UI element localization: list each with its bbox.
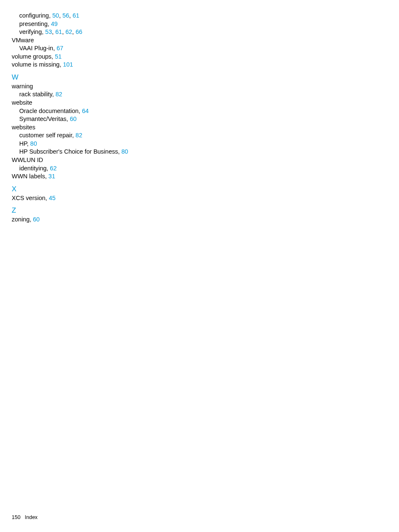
index-entry: VAAI Plug-in, 67 (19, 44, 399, 53)
index-entry-text: presenting, (19, 21, 51, 27)
page-link[interactable]: 62 (50, 165, 56, 172)
page-link[interactable]: 49 (51, 21, 58, 27)
index-entry-text: websites (12, 124, 35, 131)
page-link[interactable]: 80 (30, 140, 37, 147)
index-entry: configuring, 50, 56, 61 (19, 12, 399, 20)
page-link[interactable]: 64 (82, 108, 89, 114)
index-entry-text: WWN labels, (12, 173, 49, 180)
page-link[interactable]: 101 (63, 61, 73, 68)
index-entry: Symantec/Veritas, 60 (19, 115, 399, 123)
index-entry: verifying, 53, 61, 62, 66 (19, 28, 399, 36)
page-link[interactable]: 45 (49, 195, 56, 201)
page-link[interactable]: 66 (76, 28, 82, 35)
index-entry-text: volume is missing, (12, 61, 63, 68)
page-number: 150 (12, 514, 20, 520)
index-entry-text: HP Subscriber's Choice for Business, (19, 148, 121, 155)
page-link[interactable]: 62 (65, 28, 72, 35)
page-link[interactable]: 80 (121, 148, 128, 155)
section-heading-w: W (12, 73, 399, 82)
index-entry: WWLUN ID (12, 156, 399, 164)
index-entry-text: WWLUN ID (12, 157, 43, 163)
index-entry-text: website (12, 99, 32, 106)
index-entry: warning (12, 82, 399, 91)
index-entry: XCS version, 45 (12, 194, 399, 203)
page-link[interactable]: 60 (33, 216, 40, 223)
index-entry: volume groups, 51 (12, 53, 399, 61)
index-entry: Oracle documentation, 64 (19, 107, 399, 116)
page-link[interactable]: 61 (55, 28, 62, 35)
section-heading-x: X (12, 185, 399, 194)
page-link[interactable]: 31 (49, 173, 55, 180)
index-entry: presenting, 49 (19, 20, 399, 28)
section-heading-z: Z (12, 206, 399, 216)
index-entry: website (12, 99, 399, 107)
index-entry-text: configuring, (19, 12, 52, 19)
page-link[interactable]: 67 (56, 45, 63, 51)
page-link[interactable]: 61 (72, 12, 79, 19)
page-footer: 150 Index (12, 514, 38, 521)
index-entry-text: zoning, (12, 216, 33, 223)
page-link[interactable]: 82 (56, 91, 62, 98)
index-entry-text: rack stability, (19, 91, 56, 98)
page-link[interactable]: 60 (70, 116, 77, 122)
index-entry: HP Subscriber's Choice for Business, 80 (19, 148, 399, 156)
index-entry: WWN labels, 31 (12, 172, 399, 181)
index-entry-text: volume groups, (12, 53, 55, 60)
index-entry-text: verifying, (19, 28, 45, 35)
index-entry: identitying, 62 (19, 164, 399, 173)
index-entry: rack stability, 82 (19, 90, 399, 99)
index-entry: websites (12, 123, 399, 132)
index-entry-text: Symantec/Veritas, (19, 116, 70, 122)
index-content: configuring, 50, 56, 61presenting, 49ver… (12, 12, 399, 224)
index-entry: VMware (12, 36, 399, 45)
index-entry: HP, 80 (19, 140, 399, 148)
index-entry: customer self repair, 82 (19, 131, 399, 140)
index-entry-text: HP, (19, 140, 30, 147)
index-entry-text: customer self repair, (19, 132, 76, 139)
index-entry: volume is missing, 101 (12, 61, 399, 69)
index-entry-text: VAAI Plug-in, (19, 45, 56, 51)
index-entry: zoning, 60 (12, 216, 399, 224)
index-entry-text: warning (12, 83, 33, 90)
index-entry-text: VMware (12, 37, 34, 44)
page-link[interactable]: 82 (76, 132, 82, 139)
index-entry-text: identitying, (19, 165, 50, 172)
page-link[interactable]: 53 (45, 28, 52, 35)
footer-section-label: Index (25, 514, 38, 520)
index-entry-text: XCS version, (12, 195, 49, 201)
page-link[interactable]: 51 (55, 53, 61, 60)
index-entry-text: Oracle documentation, (19, 108, 82, 114)
page-link[interactable]: 50 (52, 12, 59, 19)
page-link[interactable]: 56 (62, 12, 69, 19)
